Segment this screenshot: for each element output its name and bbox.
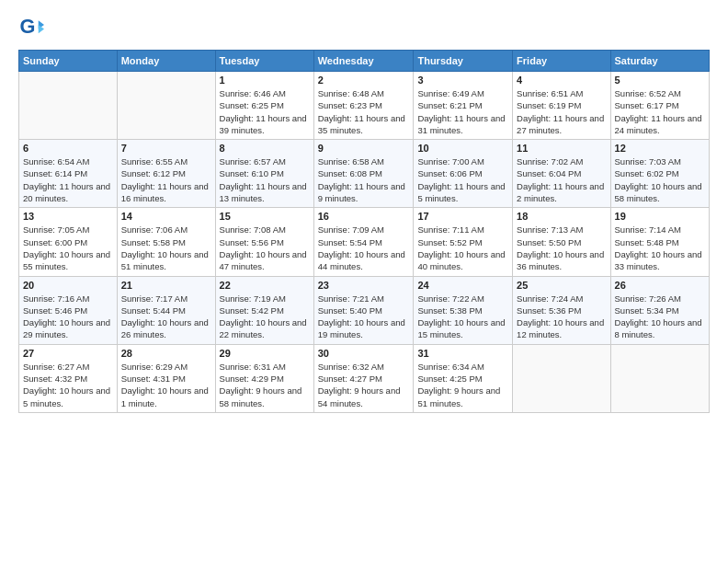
day-info: Sunrise: 7:16 AM Sunset: 5:46 PM Dayligh… bbox=[23, 293, 113, 341]
day-info: Sunrise: 7:19 AM Sunset: 5:42 PM Dayligh… bbox=[220, 293, 310, 341]
calendar-cell: 16Sunrise: 7:09 AM Sunset: 5:54 PM Dayli… bbox=[313, 208, 414, 276]
day-number: 17 bbox=[417, 211, 508, 222]
day-number: 1 bbox=[220, 75, 310, 86]
day-info: Sunrise: 6:55 AM Sunset: 6:12 PM Dayligh… bbox=[121, 155, 211, 204]
day-number: 9 bbox=[318, 143, 410, 154]
day-info: Sunrise: 7:26 AM Sunset: 5:34 PM Dayligh… bbox=[615, 293, 705, 341]
day-info: Sunrise: 7:03 AM Sunset: 6:02 PM Dayligh… bbox=[615, 155, 705, 204]
calendar-cell: 26Sunrise: 7:26 AM Sunset: 5:34 PM Dayli… bbox=[610, 276, 709, 344]
day-number: 16 bbox=[318, 211, 410, 222]
calendar-cell: 25Sunrise: 7:24 AM Sunset: 5:36 PM Dayli… bbox=[513, 276, 610, 344]
day-info: Sunrise: 7:09 AM Sunset: 5:54 PM Dayligh… bbox=[318, 224, 410, 272]
day-info: Sunrise: 7:21 AM Sunset: 5:40 PM Dayligh… bbox=[318, 293, 410, 341]
calendar-cell: 28Sunrise: 6:29 AM Sunset: 4:31 PM Dayli… bbox=[117, 344, 215, 412]
day-number: 30 bbox=[318, 348, 410, 359]
calendar-cell: 15Sunrise: 7:08 AM Sunset: 5:56 PM Dayli… bbox=[215, 208, 313, 276]
calendar-week-3: 13Sunrise: 7:05 AM Sunset: 6:00 PM Dayli… bbox=[19, 208, 710, 276]
day-info: Sunrise: 6:49 AM Sunset: 6:21 PM Dayligh… bbox=[417, 87, 508, 136]
day-number: 11 bbox=[517, 143, 606, 154]
day-number: 18 bbox=[517, 211, 606, 222]
day-number: 31 bbox=[417, 348, 508, 359]
day-info: Sunrise: 6:51 AM Sunset: 6:19 PM Dayligh… bbox=[517, 87, 606, 136]
day-number: 15 bbox=[220, 211, 310, 222]
day-info: Sunrise: 6:27 AM Sunset: 4:32 PM Dayligh… bbox=[23, 361, 113, 409]
day-info: Sunrise: 7:00 AM Sunset: 6:06 PM Dayligh… bbox=[417, 155, 508, 204]
calendar-cell: 6Sunrise: 6:54 AM Sunset: 6:14 PM Daylig… bbox=[19, 140, 118, 208]
day-info: Sunrise: 7:22 AM Sunset: 5:38 PM Dayligh… bbox=[417, 293, 508, 341]
calendar-header: SundayMondayTuesdayWednesdayThursdayFrid… bbox=[19, 51, 710, 72]
calendar-cell: 23Sunrise: 7:21 AM Sunset: 5:40 PM Dayli… bbox=[313, 276, 414, 344]
calendar-cell: 27Sunrise: 6:27 AM Sunset: 4:32 PM Dayli… bbox=[19, 344, 118, 412]
calendar-body: 1Sunrise: 6:46 AM Sunset: 6:25 PM Daylig… bbox=[19, 72, 710, 413]
day-number: 27 bbox=[23, 348, 113, 359]
calendar-week-5: 27Sunrise: 6:27 AM Sunset: 4:32 PM Dayli… bbox=[19, 344, 710, 412]
calendar-week-1: 1Sunrise: 6:46 AM Sunset: 6:25 PM Daylig… bbox=[19, 72, 710, 140]
day-info: Sunrise: 7:05 AM Sunset: 6:00 PM Dayligh… bbox=[23, 224, 113, 272]
day-number: 20 bbox=[23, 280, 113, 291]
day-info: Sunrise: 6:57 AM Sunset: 6:10 PM Dayligh… bbox=[220, 155, 310, 204]
day-number: 4 bbox=[517, 75, 606, 86]
day-number: 14 bbox=[121, 211, 211, 222]
day-number: 24 bbox=[417, 280, 508, 291]
calendar-cell bbox=[117, 72, 215, 140]
weekday-header-saturday: Saturday bbox=[610, 51, 709, 72]
day-number: 5 bbox=[615, 75, 705, 86]
calendar-cell: 7Sunrise: 6:55 AM Sunset: 6:12 PM Daylig… bbox=[117, 140, 215, 208]
day-info: Sunrise: 6:52 AM Sunset: 6:17 PM Dayligh… bbox=[615, 87, 705, 136]
header: G bbox=[18, 15, 710, 40]
svg-text:G: G bbox=[20, 15, 36, 38]
calendar-week-4: 20Sunrise: 7:16 AM Sunset: 5:46 PM Dayli… bbox=[19, 276, 710, 344]
calendar-cell: 19Sunrise: 7:14 AM Sunset: 5:48 PM Dayli… bbox=[610, 208, 709, 276]
weekday-header-tuesday: Tuesday bbox=[215, 51, 313, 72]
day-info: Sunrise: 7:14 AM Sunset: 5:48 PM Dayligh… bbox=[615, 224, 705, 272]
calendar-cell: 5Sunrise: 6:52 AM Sunset: 6:17 PM Daylig… bbox=[610, 72, 709, 140]
day-number: 7 bbox=[121, 143, 211, 154]
weekday-row: SundayMondayTuesdayWednesdayThursdayFrid… bbox=[19, 51, 710, 72]
day-info: Sunrise: 7:17 AM Sunset: 5:44 PM Dayligh… bbox=[121, 293, 211, 341]
day-info: Sunrise: 7:02 AM Sunset: 6:04 PM Dayligh… bbox=[517, 155, 606, 204]
calendar: SundayMondayTuesdayWednesdayThursdayFrid… bbox=[18, 50, 710, 413]
day-info: Sunrise: 7:08 AM Sunset: 5:56 PM Dayligh… bbox=[220, 224, 310, 272]
calendar-cell: 31Sunrise: 6:34 AM Sunset: 4:25 PM Dayli… bbox=[414, 344, 513, 412]
day-info: Sunrise: 6:54 AM Sunset: 6:14 PM Dayligh… bbox=[23, 155, 113, 204]
calendar-cell: 2Sunrise: 6:48 AM Sunset: 6:23 PM Daylig… bbox=[313, 72, 414, 140]
calendar-cell: 4Sunrise: 6:51 AM Sunset: 6:19 PM Daylig… bbox=[513, 72, 610, 140]
calendar-cell: 17Sunrise: 7:11 AM Sunset: 5:52 PM Dayli… bbox=[414, 208, 513, 276]
day-number: 10 bbox=[417, 143, 508, 154]
day-info: Sunrise: 7:13 AM Sunset: 5:50 PM Dayligh… bbox=[517, 224, 606, 272]
calendar-cell bbox=[513, 344, 610, 412]
calendar-cell: 12Sunrise: 7:03 AM Sunset: 6:02 PM Dayli… bbox=[610, 140, 709, 208]
day-info: Sunrise: 6:48 AM Sunset: 6:23 PM Dayligh… bbox=[318, 87, 410, 136]
day-info: Sunrise: 7:24 AM Sunset: 5:36 PM Dayligh… bbox=[517, 293, 606, 341]
day-info: Sunrise: 6:32 AM Sunset: 4:27 PM Dayligh… bbox=[318, 361, 410, 409]
day-info: Sunrise: 6:46 AM Sunset: 6:25 PM Dayligh… bbox=[220, 87, 310, 136]
day-info: Sunrise: 7:11 AM Sunset: 5:52 PM Dayligh… bbox=[417, 224, 508, 272]
calendar-cell: 10Sunrise: 7:00 AM Sunset: 6:06 PM Dayli… bbox=[414, 140, 513, 208]
day-number: 25 bbox=[517, 280, 606, 291]
day-number: 28 bbox=[121, 348, 211, 359]
logo: G bbox=[18, 15, 48, 40]
day-info: Sunrise: 6:29 AM Sunset: 4:31 PM Dayligh… bbox=[121, 361, 211, 409]
day-info: Sunrise: 6:58 AM Sunset: 6:08 PM Dayligh… bbox=[318, 155, 410, 204]
weekday-header-sunday: Sunday bbox=[19, 51, 118, 72]
calendar-cell: 20Sunrise: 7:16 AM Sunset: 5:46 PM Dayli… bbox=[19, 276, 118, 344]
calendar-cell: 11Sunrise: 7:02 AM Sunset: 6:04 PM Dayli… bbox=[513, 140, 610, 208]
calendar-cell: 30Sunrise: 6:32 AM Sunset: 4:27 PM Dayli… bbox=[313, 344, 414, 412]
calendar-cell: 1Sunrise: 6:46 AM Sunset: 6:25 PM Daylig… bbox=[215, 72, 313, 140]
logo-icon: G bbox=[18, 15, 44, 40]
day-number: 8 bbox=[220, 143, 310, 154]
day-number: 19 bbox=[615, 211, 705, 222]
page: G SundayMondayTuesdayWednesdayThursdayFr… bbox=[0, 0, 728, 422]
day-number: 21 bbox=[121, 280, 211, 291]
calendar-week-2: 6Sunrise: 6:54 AM Sunset: 6:14 PM Daylig… bbox=[19, 140, 710, 208]
day-info: Sunrise: 6:31 AM Sunset: 4:29 PM Dayligh… bbox=[220, 361, 310, 409]
day-number: 6 bbox=[23, 143, 113, 154]
day-number: 2 bbox=[318, 75, 410, 86]
day-number: 12 bbox=[615, 143, 705, 154]
calendar-cell: 22Sunrise: 7:19 AM Sunset: 5:42 PM Dayli… bbox=[215, 276, 313, 344]
calendar-cell: 3Sunrise: 6:49 AM Sunset: 6:21 PM Daylig… bbox=[414, 72, 513, 140]
day-number: 29 bbox=[220, 348, 310, 359]
day-info: Sunrise: 6:34 AM Sunset: 4:25 PM Dayligh… bbox=[417, 361, 508, 409]
weekday-header-wednesday: Wednesday bbox=[313, 51, 414, 72]
day-number: 26 bbox=[615, 280, 705, 291]
